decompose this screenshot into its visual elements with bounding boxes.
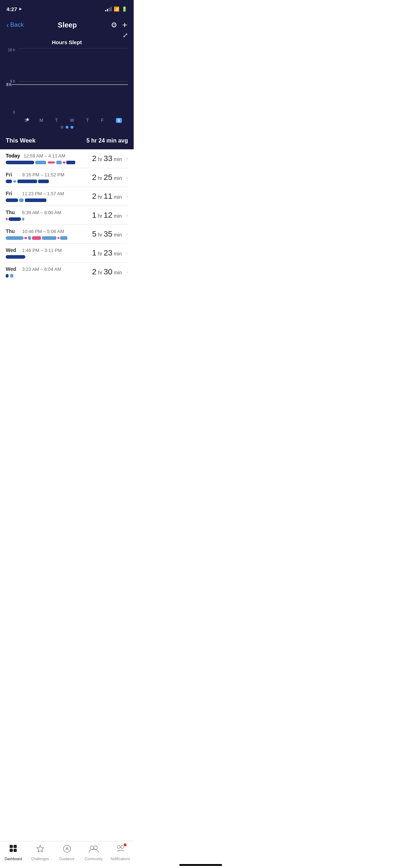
page-indicator	[0, 123, 134, 133]
chevron-right-thu1: ›	[126, 212, 128, 218]
entry-right-wed2: 2 hr 30 min ›	[92, 267, 128, 277]
entry-fri-2[interactable]: Fri 11:23 PM – 1:57 AM 2 hr 11 min ›	[6, 187, 128, 206]
week-summary: This Week 5 hr 24 min avg	[0, 133, 134, 149]
chevron-right-thu2: ›	[126, 231, 128, 237]
entry-wed-1[interactable]: Wed 1:46 PM – 3:11 PM 1 hr 23 min ›	[6, 244, 128, 263]
x-label-t1: T	[55, 118, 58, 123]
dot-3	[71, 126, 73, 129]
status-icons: 📶 🔋	[105, 6, 127, 12]
week-avg: 5 hr 24 min avg	[87, 138, 128, 144]
entry-duration-today: 2 hr 33 min	[92, 154, 122, 163]
entry-right-thu2: 5 hr 35 min ›	[92, 229, 128, 239]
entry-bar-thu2	[6, 236, 92, 240]
bars-area: 8 h ★	[19, 48, 128, 114]
entry-thu-2[interactable]: Thu 10:46 PM – 5:06 AM 5 hr 35 min ›	[6, 225, 128, 244]
entry-thu-1[interactable]: Thu 6:39 AM – 8:00 AM 1 hr 12 min ›	[6, 206, 128, 225]
location-icon: ➤	[19, 7, 22, 11]
entry-day-fri2: Fri	[6, 191, 19, 196]
entry-right-wed1: 1 hr 23 min ›	[92, 248, 128, 258]
chart-section: Hours Slept ⤢ 18 h 9 h 0 8 h ★	[0, 36, 134, 123]
entry-fri-1[interactable]: Fri 9:16 PM – 11:52 PM 2 hr 25 min ›	[6, 168, 128, 187]
entry-day-thu1: Thu	[6, 210, 19, 215]
x-label-f: F	[101, 118, 103, 123]
entry-bar-fri2	[6, 198, 92, 202]
chevron-right-fri1: ›	[126, 174, 128, 181]
entry-right-fri1: 2 hr 25 min ›	[92, 173, 128, 182]
back-button[interactable]: ‹ Back	[6, 21, 24, 29]
entry-day-wed1: Wed	[6, 247, 19, 253]
back-label: Back	[10, 21, 24, 29]
entry-time-fri2: 11:23 PM – 1:57 AM	[22, 191, 64, 196]
back-chevron-icon: ‹	[6, 21, 9, 29]
entry-time-fri1: 9:16 PM – 11:52 PM	[22, 172, 65, 177]
x-label-m: M	[40, 118, 43, 123]
entry-bar-wed1	[6, 255, 92, 259]
x-label-s1: S	[25, 118, 27, 123]
chevron-right-wed1: ›	[126, 250, 128, 256]
sleep-entries-list: Today 12:59 AM – 4:11 AM 2 hr 33 min ›	[0, 149, 134, 281]
entry-bar-wed2	[6, 274, 92, 278]
x-axis: S M T W T F S	[19, 118, 128, 123]
goal-label: 8 h	[6, 83, 12, 87]
page-title: Sleep	[58, 21, 77, 29]
entry-time-wed2: 3:23 AM – 6:04 AM	[22, 267, 61, 272]
entry-time-today: 12:59 AM – 4:11 AM	[24, 153, 65, 159]
entry-time-thu2: 10:46 PM – 5:06 AM	[22, 229, 64, 234]
header-actions: ⚙ +	[111, 20, 127, 30]
sleep-chart[interactable]: 18 h 9 h 0 8 h ★	[6, 48, 128, 123]
entry-right-today: 2 hr 33 min ›	[92, 154, 128, 163]
time-display: 4:27	[6, 6, 17, 12]
entry-today[interactable]: Today 12:59 AM – 4:11 AM 2 hr 33 min ›	[6, 149, 128, 168]
expand-icon[interactable]: ⤢	[123, 31, 128, 39]
x-label-w: W	[70, 118, 74, 123]
entry-bar-today	[6, 161, 92, 164]
x-label-today: S	[116, 118, 122, 123]
entry-bar-thu1	[6, 217, 92, 221]
status-time: 4:27 ➤	[6, 6, 22, 12]
battery-icon: 🔋	[122, 6, 127, 12]
dot-1	[61, 126, 63, 129]
entry-left-today: Today 12:59 AM – 4:11 AM	[6, 153, 92, 164]
chevron-right-fri2: ›	[126, 193, 128, 200]
entry-day-fri1: Fri	[6, 172, 19, 177]
entry-day-thu2: Thu	[6, 228, 19, 234]
entry-time-thu1: 6:39 AM – 8:00 AM	[22, 210, 61, 215]
week-label: This Week	[6, 137, 36, 144]
entry-wed-2[interactable]: Wed 3:23 AM – 6:04 AM 2 hr 30 min ›	[6, 263, 128, 281]
y-label-0: 0	[13, 110, 15, 114]
chart-title: Hours Slept	[6, 39, 128, 45]
wifi-icon: 📶	[114, 6, 119, 12]
signal-icon	[105, 7, 112, 11]
y-label-18: 18 h	[8, 48, 15, 52]
add-icon[interactable]: +	[122, 20, 127, 30]
entry-day-today: Today	[6, 153, 20, 159]
x-label-t2: T	[86, 118, 89, 123]
entry-right-thu1: 1 hr 12 min ›	[92, 211, 128, 220]
chevron-right-today: ›	[126, 155, 128, 162]
entry-time-wed1: 1:46 PM – 3:11 PM	[22, 248, 62, 253]
dot-2	[66, 126, 68, 129]
entry-bar-fri1	[6, 180, 92, 183]
page-header: ‹ Back Sleep ⚙ +	[0, 16, 134, 36]
status-bar: 4:27 ➤ 📶 🔋	[0, 0, 134, 16]
entry-day-wed2: Wed	[6, 266, 19, 272]
chart-bars: ★	[19, 48, 128, 114]
settings-icon[interactable]: ⚙	[111, 21, 117, 29]
chevron-right-wed2: ›	[126, 269, 128, 275]
entry-right-fri2: 2 hr 11 min ›	[92, 192, 128, 201]
